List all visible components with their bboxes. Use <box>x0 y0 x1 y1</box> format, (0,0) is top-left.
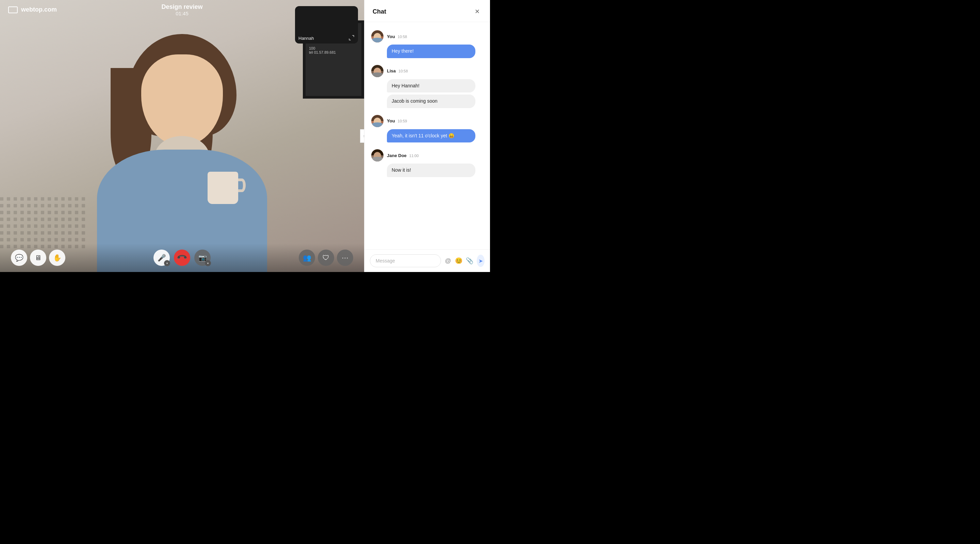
message-group-1: You 10:58 Hey there! <box>371 30 483 58</box>
hand-icon: ✋ <box>53 254 62 262</box>
sender-name: You <box>387 118 395 124</box>
participants-icon: 👥 <box>303 254 311 262</box>
controls-right: 👥 🛡 ⋯ <box>299 249 353 266</box>
meeting-timer: 01:45 <box>161 11 202 16</box>
mug <box>208 172 238 204</box>
security-button[interactable]: 🛡 <box>318 249 334 266</box>
emoji-icon: 😊 <box>455 257 463 265</box>
screen-icon: 🖥 <box>35 254 41 262</box>
top-bar: webtop.com Design review 01:45 <box>0 0 364 19</box>
chat-expand-button[interactable]: › <box>360 129 364 143</box>
chat-messages: You 10:58 Hey there! Lisa 10:58 <box>364 22 490 249</box>
raise-hand-button[interactable]: ✋ <box>49 249 65 266</box>
avatar <box>371 30 383 43</box>
shield-icon: 🛡 <box>323 254 329 262</box>
controls-left: 💬 🖥 ✋ <box>11 249 65 266</box>
bottom-controls: 💬 🖥 ✋ 🎤 ▾ 📞 📷 ▾ 👥 <box>0 243 364 272</box>
sender-row: Jane Doe 11:00 <box>371 149 483 162</box>
message-group-4: Jane Doe 11:00 Now it is! <box>371 149 483 177</box>
screen-share-button[interactable]: 🖥 <box>30 249 46 266</box>
chat-header: Chat ✕ <box>364 0 490 22</box>
camera-button[interactable]: 📷 ▾ <box>194 249 211 266</box>
more-options-button[interactable]: ⋯ <box>337 249 353 266</box>
message-bubble: Hey there! <box>387 44 476 58</box>
message-input[interactable] <box>370 254 441 267</box>
sender-time: 10:58 <box>398 35 407 39</box>
mention-button[interactable]: @ <box>444 255 452 266</box>
logo: webtop.com <box>8 6 57 13</box>
paperclip-icon: 📎 <box>466 257 473 265</box>
end-call-button[interactable]: 📞 <box>174 249 190 266</box>
message-bubble: Jacob is coming soon <box>387 95 476 108</box>
monitor-icon <box>8 6 18 13</box>
sender-name: Lisa <box>387 68 396 73</box>
message-bubble: Yeah, it isn't 11 o'clock yet 😄 <box>387 129 476 143</box>
send-button[interactable]: ➤ <box>477 255 485 267</box>
avatar <box>371 65 383 77</box>
sender-time: 11:00 <box>409 154 419 158</box>
minimize-icon <box>348 35 355 41</box>
mic-button[interactable]: 🎤 ▾ <box>153 249 170 266</box>
more-icon: ⋯ <box>342 254 348 262</box>
close-chat-button[interactable]: ✕ <box>472 7 482 16</box>
meeting-info: Design review 01:45 <box>161 3 202 16</box>
emoji-button[interactable]: 😊 <box>455 255 463 266</box>
sender-time: 10:58 <box>398 69 408 73</box>
avatar <box>371 115 383 127</box>
sender-name: Jane Doe <box>387 153 407 158</box>
chat-icon: 💬 <box>15 254 24 262</box>
mic-icon: 🎤 <box>158 254 166 262</box>
camera-chevron-icon: ▾ <box>205 260 211 266</box>
meeting-title: Design review <box>161 3 202 11</box>
end-call-icon: 📞 <box>176 252 188 264</box>
at-icon: @ <box>445 257 451 265</box>
sender-name: You <box>387 34 395 39</box>
video-area: GALER 100 tél 01.57.89.681 <box>0 0 364 272</box>
send-icon: ➤ <box>479 258 483 264</box>
chat-toggle-button[interactable]: 💬 <box>11 249 27 266</box>
logo-text: webtop.com <box>21 6 57 13</box>
chat-sidebar: Chat ✕ You 10:58 Hey there! <box>364 0 490 272</box>
sender-time: 10:59 <box>398 119 407 123</box>
message-bubble: Now it is! <box>387 163 476 177</box>
chat-input-area: @ 😊 📎 ➤ <box>364 249 490 272</box>
sender-row: You 10:59 <box>371 115 483 127</box>
chat-title: Chat <box>372 8 386 15</box>
attachment-button[interactable]: 📎 <box>466 255 473 266</box>
participant-video <box>72 27 293 272</box>
mic-chevron-icon: ▾ <box>164 260 170 266</box>
camera-icon: 📷 <box>198 254 207 262</box>
controls-center: 🎤 ▾ 📞 📷 ▾ <box>153 249 211 266</box>
close-icon: ✕ <box>475 8 480 15</box>
sender-row: You 10:58 <box>371 30 483 43</box>
sender-row: Lisa 10:58 <box>371 65 483 77</box>
self-video-name: Hannah <box>298 36 314 41</box>
message-group-3: You 10:59 Yeah, it isn't 11 o'clock yet … <box>371 115 483 143</box>
participants-button[interactable]: 👥 <box>299 249 315 266</box>
avatar <box>371 149 383 162</box>
message-bubble: Hey Hannah! <box>387 79 476 93</box>
message-group-2: Lisa 10:58 Hey Hannah! Jacob is coming s… <box>371 65 483 108</box>
